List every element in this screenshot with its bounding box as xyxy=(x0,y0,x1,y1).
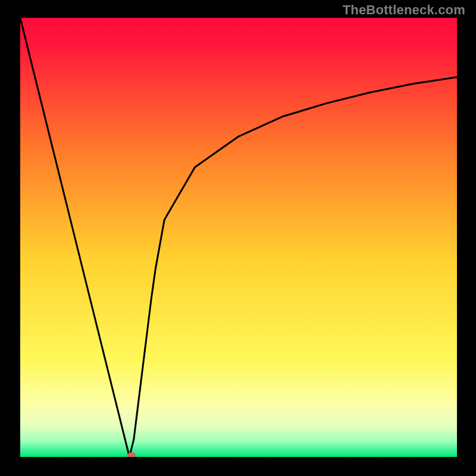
chart-plot xyxy=(20,18,457,457)
chart-frame: TheBottleneck.com xyxy=(0,0,476,476)
gradient-background xyxy=(20,18,457,457)
watermark-text: TheBottleneck.com xyxy=(343,2,465,18)
